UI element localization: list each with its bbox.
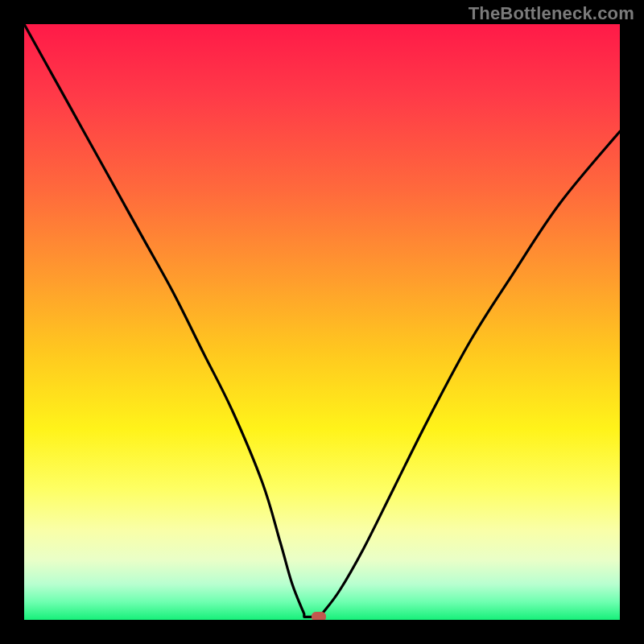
- chart-frame: TheBottleneck.com: [0, 0, 644, 644]
- optimum-marker: [312, 612, 326, 620]
- bottleneck-curve: [24, 24, 620, 620]
- plot-area: [24, 24, 620, 620]
- curve-path: [24, 24, 620, 617]
- watermark-text: TheBottleneck.com: [469, 3, 634, 24]
